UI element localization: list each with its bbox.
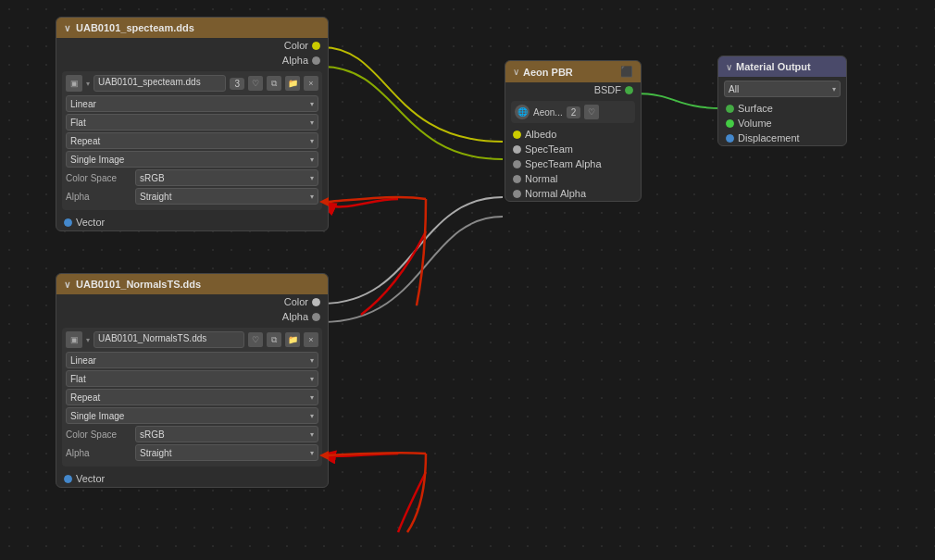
normalsts-colorspace-label: Color Space — [66, 429, 135, 440]
specteam-dropdown-arrow[interactable]: ▾ — [86, 80, 90, 88]
normalsts-dropdown-repeat[interactable]: Repeat ▾ — [66, 389, 318, 405]
material-output-collapse-icon[interactable]: ∨ — [726, 62, 732, 72]
normalsts-node: ∨ UAB0101_NormalsTS.dds Color Alpha ▣ ▾ … — [56, 273, 329, 488]
material-output-volume-label: Volume — [738, 118, 772, 129]
material-output-surface-socket[interactable] — [726, 105, 734, 113]
aeon-collapse-icon[interactable]: ∨ — [513, 67, 519, 77]
specteam-colorspace-label: Color Space — [66, 173, 135, 183]
specteam-filename-input[interactable]: UAB0101_specteam.dds — [94, 75, 226, 92]
aeon-specteam-alpha-socket[interactable] — [513, 160, 521, 168]
specteam-node: ∨ UAB0101_specteam.dds Color Alpha ▣ ▾ U… — [56, 17, 329, 231]
normalsts-inner-panel: ▣ ▾ UAB0101_NormalsTS.dds ♡ ⧉ 📁 × Linear… — [62, 328, 322, 467]
normalsts-copy-icon[interactable]: ⧉ — [267, 332, 281, 347]
material-output-displacement-label: Displacement — [738, 132, 800, 143]
aeon-inner-panel: 🌐 Aeon... 2 ♡ — [511, 101, 635, 123]
normalsts-color-label: Color — [284, 296, 308, 307]
normalsts-alpha-socket[interactable] — [312, 313, 320, 321]
specteam-collapse-icon[interactable]: ∨ — [64, 23, 70, 33]
specteam-inner-panel: ▣ ▾ UAB0101_specteam.dds 3 ♡ ⧉ 📁 × Linea… — [62, 71, 322, 210]
specteam-node-header: ∨ UAB0101_specteam.dds — [56, 18, 328, 38]
aeon-monitor-icon: ⬛ — [620, 66, 633, 78]
specteam-color-socket[interactable] — [312, 42, 320, 50]
normalsts-folder-icon[interactable]: 📁 — [285, 332, 300, 347]
aeon-normal-alpha-label: Normal Alpha — [525, 188, 586, 199]
aeon-albedo-label: Albedo — [525, 129, 556, 140]
normalsts-alpha-dropdown[interactable]: Straight ▾ — [135, 444, 318, 461]
aeon-pbr-node: ∨ Aeon PBR ⬛ BSDF 🌐 Aeon... 2 ♡ Albedo S… — [505, 60, 642, 202]
aeon-albedo-row: Albedo — [505, 127, 641, 142]
specteam-heart-icon[interactable]: ♡ — [248, 76, 263, 91]
material-output-all-dropdown[interactable]: All ▾ — [724, 81, 841, 97]
aeon-pbr-title: Aeon PBR — [523, 67, 573, 78]
aeon-heart-icon[interactable]: ♡ — [584, 105, 599, 119]
specteam-color-socket-row: Color — [56, 38, 328, 53]
specteam-colorspace-row: Color Space sRGB ▾ — [66, 169, 318, 186]
aeon-specteam-socket[interactable] — [513, 145, 521, 154]
normalsts-vector-row: Vector — [56, 470, 328, 487]
specteam-alpha-label: Alpha — [282, 55, 308, 66]
normalsts-dropdown-linear[interactable]: Linear ▾ — [66, 352, 318, 368]
normalsts-dropdown-singleimage[interactable]: Single Image ▾ — [66, 407, 318, 424]
specteam-alpha-socket[interactable] — [312, 56, 320, 65]
aeon-albedo-socket[interactable] — [513, 131, 521, 139]
aeon-normal-label: Normal — [525, 173, 557, 184]
specteam-alpha-row: Alpha Straight ▾ — [66, 188, 318, 205]
material-output-volume-row: Volume — [718, 116, 846, 131]
normalsts-color-socket-row: Color — [56, 294, 328, 309]
specteam-vector-socket[interactable] — [64, 218, 72, 227]
specteam-colorspace-dropdown[interactable]: sRGB ▾ — [135, 169, 318, 186]
normalsts-dropdown-arrow[interactable]: ▾ — [86, 336, 90, 344]
specteam-node-title: UAB0101_specteam.dds — [76, 22, 320, 33]
normalsts-color-socket[interactable] — [312, 298, 320, 306]
aeon-normal-socket[interactable] — [513, 175, 521, 183]
normalsts-inner-header: ▣ ▾ UAB0101_NormalsTS.dds ♡ ⧉ 📁 × — [66, 331, 318, 348]
specteam-copy-icon[interactable]: ⧉ — [267, 76, 281, 91]
specteam-dropdown-flat[interactable]: Flat ▾ — [66, 114, 318, 131]
material-output-volume-socket[interactable] — [726, 119, 734, 128]
specteam-inner-header: ▣ ▾ UAB0101_specteam.dds 3 ♡ ⧉ 📁 × — [66, 75, 318, 92]
aeon-normal-alpha-socket[interactable] — [513, 190, 521, 198]
normalsts-alpha-dropdown-label: Alpha — [66, 448, 135, 458]
material-output-displacement-row: Displacement — [718, 131, 846, 145]
specteam-dropdown-repeat[interactable]: Repeat ▾ — [66, 132, 318, 149]
specteam-alpha-dropdown-label: Alpha — [66, 192, 135, 202]
normalsts-image-icon: ▣ — [66, 331, 82, 348]
aeon-bsdf-socket[interactable] — [625, 86, 633, 94]
normalsts-filename-input[interactable]: UAB0101_NormalsTS.dds — [94, 331, 244, 348]
normalsts-close-icon[interactable]: × — [304, 332, 318, 347]
specteam-badge: 3 — [230, 78, 244, 90]
specteam-color-label: Color — [284, 40, 308, 51]
aeon-globe-icon: 🌐 — [515, 105, 530, 119]
specteam-close-icon[interactable]: × — [304, 76, 318, 91]
normalsts-colorspace-dropdown[interactable]: sRGB ▾ — [135, 426, 318, 442]
specteam-folder-icon[interactable]: 📁 — [285, 76, 300, 91]
aeon-pbr-header: ∨ Aeon PBR ⬛ — [505, 61, 641, 82]
aeon-bsdf-label: BSDF — [594, 84, 621, 95]
material-output-title: Material Output — [736, 61, 811, 72]
material-output-displacement-socket[interactable] — [726, 134, 734, 143]
normalsts-heart-icon[interactable]: ♡ — [248, 332, 263, 347]
aeon-specteam-label: SpecTeam — [525, 143, 573, 155]
specteam-dropdown-linear[interactable]: Linear ▾ — [66, 95, 318, 112]
material-output-surface-label: Surface — [738, 103, 773, 114]
normalsts-node-title: UAB0101_NormalsTS.dds — [76, 279, 320, 290]
material-output-header: ∨ Material Output — [718, 56, 846, 77]
normalsts-colorspace-row: Color Space sRGB ▾ — [66, 426, 318, 442]
normalsts-dropdown-flat[interactable]: Flat ▾ — [66, 370, 318, 387]
specteam-alpha-socket-row: Alpha — [56, 53, 328, 68]
aeon-specteam-alpha-row: SpecTeam Alpha — [505, 156, 641, 171]
normalsts-vector-socket[interactable] — [64, 475, 72, 483]
normalsts-collapse-icon[interactable]: ∨ — [64, 280, 70, 290]
normalsts-alpha-label: Alpha — [282, 311, 308, 322]
aeon-badge: 2 — [567, 106, 581, 118]
aeon-specteam-alpha-label: SpecTeam Alpha — [525, 158, 602, 169]
aeon-normal-row: Normal — [505, 171, 641, 186]
specteam-image-icon: ▣ — [66, 75, 82, 92]
normalsts-alpha-row: Alpha Straight ▾ — [66, 444, 318, 461]
material-output-node: ∨ Material Output All ▾ Surface Volume D… — [717, 56, 847, 146]
specteam-alpha-dropdown[interactable]: Straight ▾ — [135, 188, 318, 205]
aeon-bsdf-socket-row: BSDF — [505, 82, 641, 97]
normalsts-node-header: ∨ UAB0101_NormalsTS.dds — [56, 274, 328, 294]
specteam-dropdown-singleimage[interactable]: Single Image ▾ — [66, 151, 318, 168]
aeon-node-label: Aeon... — [533, 107, 563, 118]
